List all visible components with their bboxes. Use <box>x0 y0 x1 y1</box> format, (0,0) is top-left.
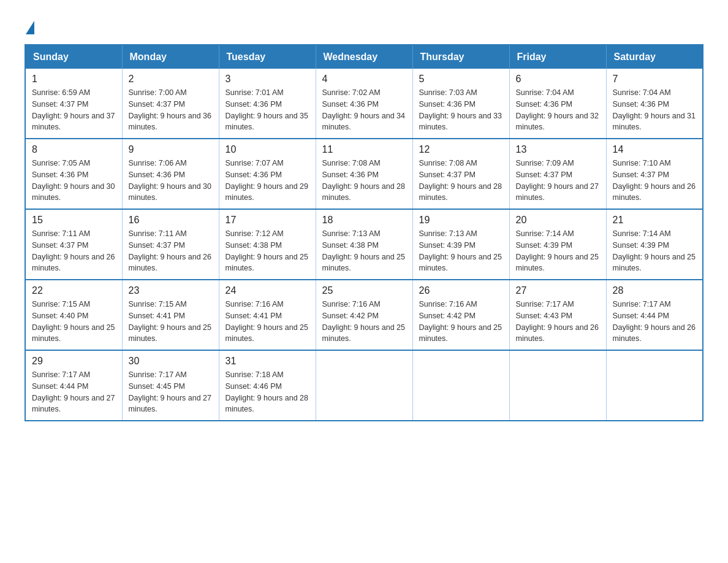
day-info: Sunrise: 7:17 AMSunset: 4:45 PMDaylight:… <box>129 370 212 413</box>
day-info: Sunrise: 7:06 AMSunset: 4:36 PMDaylight:… <box>129 159 212 202</box>
day-info: Sunrise: 7:03 AMSunset: 4:36 PMDaylight:… <box>419 88 502 131</box>
calendar-cell: 27 Sunrise: 7:17 AMSunset: 4:43 PMDaylig… <box>509 280 606 350</box>
calendar-cell: 16 Sunrise: 7:11 AMSunset: 4:37 PMDaylig… <box>122 209 219 280</box>
day-number: 20 <box>516 215 600 226</box>
calendar-cell: 22 Sunrise: 7:15 AMSunset: 4:40 PMDaylig… <box>25 280 122 350</box>
day-number: 10 <box>226 144 309 155</box>
calendar-cell: 5 Sunrise: 7:03 AMSunset: 4:36 PMDayligh… <box>412 69 509 139</box>
calendar-cell: 10 Sunrise: 7:07 AMSunset: 4:36 PMDaylig… <box>219 139 316 209</box>
calendar-cell: 21 Sunrise: 7:14 AMSunset: 4:39 PMDaylig… <box>606 209 703 280</box>
day-info: Sunrise: 7:16 AMSunset: 4:42 PMDaylight:… <box>322 300 406 343</box>
day-number: 29 <box>32 356 116 367</box>
day-number: 26 <box>419 285 503 296</box>
day-info: Sunrise: 6:59 AMSunset: 4:37 PMDaylight:… <box>32 88 115 131</box>
day-info: Sunrise: 7:15 AMSunset: 4:41 PMDaylight:… <box>129 300 212 343</box>
day-info: Sunrise: 7:17 AMSunset: 4:44 PMDaylight:… <box>32 370 115 413</box>
day-number: 12 <box>419 144 503 155</box>
day-info: Sunrise: 7:02 AMSunset: 4:36 PMDaylight:… <box>322 88 406 131</box>
day-number: 5 <box>419 74 503 85</box>
day-info: Sunrise: 7:00 AMSunset: 4:37 PMDaylight:… <box>129 88 212 131</box>
day-info: Sunrise: 7:13 AMSunset: 4:39 PMDaylight:… <box>419 229 502 272</box>
calendar-cell: 11 Sunrise: 7:08 AMSunset: 4:36 PMDaylig… <box>316 139 412 209</box>
calendar-cell: 2 Sunrise: 7:00 AMSunset: 4:37 PMDayligh… <box>122 69 219 139</box>
day-number: 1 <box>32 74 116 85</box>
day-info: Sunrise: 7:11 AMSunset: 4:37 PMDaylight:… <box>129 229 212 272</box>
day-number: 3 <box>226 74 309 85</box>
day-number: 4 <box>322 74 406 85</box>
day-number: 31 <box>226 356 309 367</box>
calendar-cell: 4 Sunrise: 7:02 AMSunset: 4:36 PMDayligh… <box>316 69 412 139</box>
day-info: Sunrise: 7:04 AMSunset: 4:36 PMDaylight:… <box>613 88 696 131</box>
calendar-cell: 30 Sunrise: 7:17 AMSunset: 4:45 PMDaylig… <box>122 350 219 421</box>
calendar-header-wednesday: Wednesday <box>316 45 412 69</box>
calendar-header-saturday: Saturday <box>606 45 703 69</box>
calendar-cell: 25 Sunrise: 7:16 AMSunset: 4:42 PMDaylig… <box>316 280 412 350</box>
calendar-week-row: 1 Sunrise: 6:59 AMSunset: 4:37 PMDayligh… <box>25 69 703 139</box>
day-number: 16 <box>129 215 213 226</box>
day-number: 19 <box>419 215 503 226</box>
calendar-cell: 23 Sunrise: 7:15 AMSunset: 4:41 PMDaylig… <box>122 280 219 350</box>
day-info: Sunrise: 7:14 AMSunset: 4:39 PMDaylight:… <box>516 229 599 272</box>
calendar-cell: 7 Sunrise: 7:04 AMSunset: 4:36 PMDayligh… <box>606 69 703 139</box>
calendar-week-row: 15 Sunrise: 7:11 AMSunset: 4:37 PMDaylig… <box>25 209 703 280</box>
calendar-cell: 12 Sunrise: 7:08 AMSunset: 4:37 PMDaylig… <box>412 139 509 209</box>
calendar-cell: 24 Sunrise: 7:16 AMSunset: 4:41 PMDaylig… <box>219 280 316 350</box>
day-info: Sunrise: 7:13 AMSunset: 4:38 PMDaylight:… <box>322 229 406 272</box>
page-header <box>25 18 703 32</box>
day-number: 15 <box>32 215 116 226</box>
calendar-table: SundayMondayTuesdayWednesdayThursdayFrid… <box>25 44 703 421</box>
calendar-cell: 14 Sunrise: 7:10 AMSunset: 4:37 PMDaylig… <box>606 139 703 209</box>
day-number: 8 <box>32 144 116 155</box>
calendar-cell: 26 Sunrise: 7:16 AMSunset: 4:42 PMDaylig… <box>412 280 509 350</box>
calendar-cell: 1 Sunrise: 6:59 AMSunset: 4:37 PMDayligh… <box>25 69 122 139</box>
day-number: 6 <box>516 74 600 85</box>
day-info: Sunrise: 7:08 AMSunset: 4:37 PMDaylight:… <box>419 159 502 202</box>
day-number: 2 <box>129 74 213 85</box>
day-info: Sunrise: 7:14 AMSunset: 4:39 PMDaylight:… <box>613 229 696 272</box>
calendar-cell: 20 Sunrise: 7:14 AMSunset: 4:39 PMDaylig… <box>509 209 606 280</box>
day-info: Sunrise: 7:12 AMSunset: 4:38 PMDaylight:… <box>226 229 309 272</box>
calendar-cell: 28 Sunrise: 7:17 AMSunset: 4:44 PMDaylig… <box>606 280 703 350</box>
day-info: Sunrise: 7:15 AMSunset: 4:40 PMDaylight:… <box>32 300 115 343</box>
calendar-header-monday: Monday <box>122 45 219 69</box>
calendar-cell: 19 Sunrise: 7:13 AMSunset: 4:39 PMDaylig… <box>412 209 509 280</box>
day-info: Sunrise: 7:10 AMSunset: 4:37 PMDaylight:… <box>613 159 696 202</box>
day-info: Sunrise: 7:07 AMSunset: 4:36 PMDaylight:… <box>226 159 309 202</box>
day-info: Sunrise: 7:09 AMSunset: 4:37 PMDaylight:… <box>516 159 599 202</box>
day-number: 7 <box>613 74 697 85</box>
day-number: 27 <box>516 285 600 296</box>
day-info: Sunrise: 7:18 AMSunset: 4:46 PMDaylight:… <box>226 370 309 413</box>
calendar-cell: 8 Sunrise: 7:05 AMSunset: 4:36 PMDayligh… <box>25 139 122 209</box>
calendar-cell: 17 Sunrise: 7:12 AMSunset: 4:38 PMDaylig… <box>219 209 316 280</box>
day-number: 13 <box>516 144 600 155</box>
day-number: 28 <box>613 285 697 296</box>
day-number: 9 <box>129 144 213 155</box>
day-number: 18 <box>322 215 406 226</box>
calendar-cell: 3 Sunrise: 7:01 AMSunset: 4:36 PMDayligh… <box>219 69 316 139</box>
day-number: 21 <box>613 215 697 226</box>
calendar-header-thursday: Thursday <box>412 45 509 69</box>
day-info: Sunrise: 7:01 AMSunset: 4:36 PMDaylight:… <box>226 88 309 131</box>
calendar-cell: 9 Sunrise: 7:06 AMSunset: 4:36 PMDayligh… <box>122 139 219 209</box>
calendar-cell: 29 Sunrise: 7:17 AMSunset: 4:44 PMDaylig… <box>25 350 122 421</box>
logo-triangle-icon <box>26 21 34 34</box>
day-number: 14 <box>613 144 697 155</box>
calendar-cell: 15 Sunrise: 7:11 AMSunset: 4:37 PMDaylig… <box>25 209 122 280</box>
day-info: Sunrise: 7:08 AMSunset: 4:36 PMDaylight:… <box>322 159 406 202</box>
calendar-week-row: 22 Sunrise: 7:15 AMSunset: 4:40 PMDaylig… <box>25 280 703 350</box>
calendar-week-row: 8 Sunrise: 7:05 AMSunset: 4:36 PMDayligh… <box>25 139 703 209</box>
calendar-cell: 13 Sunrise: 7:09 AMSunset: 4:37 PMDaylig… <box>509 139 606 209</box>
calendar-cell: 6 Sunrise: 7:04 AMSunset: 4:36 PMDayligh… <box>509 69 606 139</box>
day-number: 24 <box>226 285 309 296</box>
calendar-cell <box>412 350 509 421</box>
logo <box>25 18 34 32</box>
calendar-cell <box>606 350 703 421</box>
calendar-header-friday: Friday <box>509 45 606 69</box>
day-info: Sunrise: 7:17 AMSunset: 4:44 PMDaylight:… <box>613 300 696 343</box>
calendar-header-sunday: Sunday <box>25 45 122 69</box>
calendar-header-row: SundayMondayTuesdayWednesdayThursdayFrid… <box>25 45 703 69</box>
calendar-cell <box>316 350 412 421</box>
day-info: Sunrise: 7:11 AMSunset: 4:37 PMDaylight:… <box>32 229 115 272</box>
day-info: Sunrise: 7:05 AMSunset: 4:36 PMDaylight:… <box>32 159 115 202</box>
calendar-cell: 31 Sunrise: 7:18 AMSunset: 4:46 PMDaylig… <box>219 350 316 421</box>
